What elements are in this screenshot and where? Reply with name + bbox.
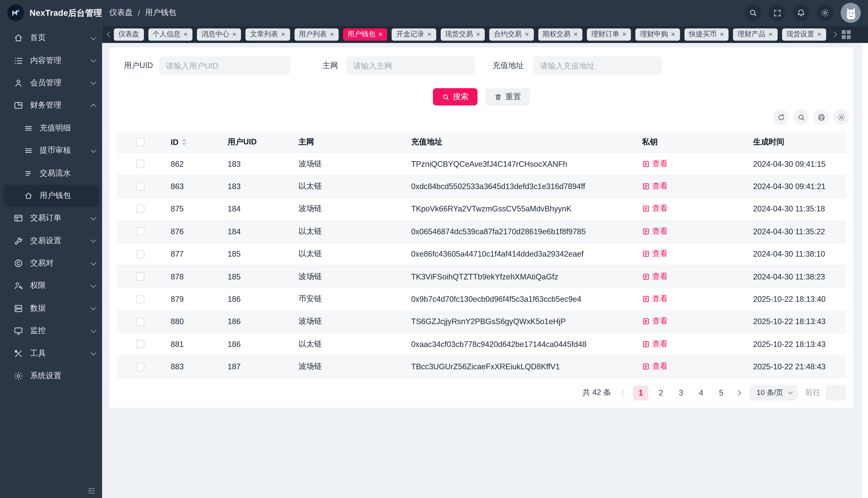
close-icon[interactable]: ✕ [378, 31, 383, 37]
tab-user-list[interactable]: 用户列表✕ [294, 28, 339, 40]
sidebar-item-members[interactable]: 会员管理 [0, 72, 102, 94]
close-icon[interactable]: ✕ [476, 31, 480, 37]
sort-icon[interactable] [182, 139, 186, 145]
close-icon[interactable]: ✕ [720, 31, 724, 37]
tabs-scroll-right-icon[interactable] [830, 32, 839, 36]
reset-button[interactable]: 重置 [485, 88, 530, 105]
close-icon[interactable]: ✕ [817, 31, 821, 37]
notifications-bell-icon[interactable] [793, 4, 810, 21]
view-private-key-link[interactable]: 查看 [642, 339, 668, 349]
close-icon[interactable]: ✕ [622, 31, 627, 37]
column-settings-gear-icon[interactable] [833, 109, 849, 125]
tab-contract-trade[interactable]: 合约交易✕ [489, 28, 534, 40]
row-checkbox[interactable] [136, 250, 144, 258]
network-input[interactable] [346, 56, 475, 75]
view-private-key-link[interactable]: 查看 [642, 294, 668, 304]
tab-personal-info[interactable]: 个人信息✕ [148, 28, 193, 40]
row-checkbox[interactable] [136, 227, 144, 236]
address-input[interactable] [533, 56, 662, 75]
filter-label-address: 充值地址 [492, 56, 524, 75]
close-icon[interactable]: ✕ [671, 31, 675, 37]
sidebar-item-recharge-details[interactable]: 充值明细 [0, 117, 102, 140]
close-icon[interactable]: ✕ [525, 31, 529, 37]
search-button[interactable]: 搜索 [433, 88, 478, 105]
sidebar-collapse-icon[interactable] [87, 487, 96, 496]
tab-user-wallet[interactable]: 用户钱包✕ [343, 28, 387, 40]
tab-quick-buy[interactable]: 快捷买币✕ [684, 28, 728, 40]
tabs-scroll-left-icon[interactable] [105, 32, 114, 36]
sidebar-item-transaction-flow[interactable]: 交易流水 [0, 162, 102, 185]
view-private-key-link[interactable]: 查看 [642, 182, 668, 192]
row-checkbox[interactable] [136, 363, 144, 371]
settings-gear-icon[interactable] [817, 4, 833, 21]
close-icon[interactable]: ✕ [427, 31, 432, 37]
row-checkbox[interactable] [136, 160, 144, 168]
uid-input[interactable] [159, 56, 290, 75]
tab-box-records[interactable]: 开盒记录✕ [392, 28, 436, 40]
row-checkbox[interactable] [136, 272, 144, 281]
close-icon[interactable]: ✕ [768, 31, 773, 37]
view-private-key-link[interactable]: 查看 [642, 362, 668, 372]
sidebar-item-trade-pairs[interactable]: 交易对 [0, 252, 102, 275]
close-icon[interactable]: ✕ [232, 31, 237, 37]
page-3[interactable]: 3 [674, 385, 688, 400]
view-private-key-link[interactable]: 查看 [642, 272, 668, 282]
sidebar-item-permissions[interactable]: 权限 [0, 275, 102, 297]
page-4[interactable]: 4 [694, 385, 709, 400]
sidebar-item-home[interactable]: 首页 [0, 27, 102, 50]
sidebar-item-finance[interactable]: 财务管理 [0, 94, 102, 117]
view-private-key-link[interactable]: 查看 [642, 249, 668, 259]
finance-card-icon [13, 101, 24, 111]
refresh-icon[interactable] [773, 109, 789, 125]
sidebar-item-monitor[interactable]: 监控 [0, 320, 102, 342]
view-private-key-link[interactable]: 查看 [642, 204, 668, 214]
page-1[interactable]: 1 [633, 385, 648, 400]
sidebar-item-tools[interactable]: 工具 [0, 342, 102, 365]
tab-options-trade[interactable]: 期权交易✕ [538, 28, 582, 40]
prev-page-icon[interactable] [619, 385, 628, 401]
table-search-icon[interactable] [793, 109, 809, 125]
view-private-key-link[interactable]: 查看 [642, 316, 668, 327]
tab-message-center[interactable]: 消息中心✕ [197, 28, 241, 40]
chevron-down-icon [91, 215, 96, 220]
sidebar-item-user-wallet[interactable]: 用户钱包 [3, 185, 99, 207]
sidebar-item-trade-orders[interactable]: 交易订单 [0, 207, 102, 230]
scrollbar[interactable] [862, 43, 868, 498]
tab-dashboard[interactable]: 仪表盘 [114, 28, 144, 40]
tabs-overview-grid-icon[interactable] [842, 30, 851, 39]
fullscreen-icon[interactable] [769, 4, 786, 21]
row-checkbox[interactable] [136, 205, 144, 213]
page-size-select[interactable]: 10 条/页 [750, 385, 798, 401]
print-icon[interactable] [813, 109, 829, 125]
close-icon[interactable]: ✕ [573, 31, 578, 37]
row-checkbox[interactable] [136, 295, 144, 303]
close-icon[interactable]: ✕ [183, 31, 188, 37]
view-private-key-link[interactable]: 查看 [642, 226, 668, 237]
sidebar-item-content[interactable]: 内容管理 [0, 49, 102, 72]
row-checkbox[interactable] [136, 317, 144, 326]
tab-wealth-products[interactable]: 理财产品✕ [733, 28, 777, 40]
next-page-icon[interactable] [734, 385, 742, 401]
close-icon[interactable]: ✕ [281, 31, 285, 37]
tab-article-list[interactable]: 文章列表✕ [246, 28, 290, 40]
sidebar-item-data[interactable]: 数据 [0, 297, 102, 320]
sidebar-item-system-settings[interactable]: 系统设置 [0, 365, 102, 387]
goto-page-input[interactable] [826, 385, 846, 401]
page-2[interactable]: 2 [653, 385, 668, 400]
row-checkbox[interactable] [136, 182, 144, 191]
breadcrumb-item-dashboard[interactable]: 仪表盘 [109, 8, 133, 18]
close-icon[interactable]: ✕ [329, 31, 334, 37]
tab-spot-trade[interactable]: 现货交易✕ [440, 28, 485, 40]
page-5[interactable]: 5 [714, 385, 729, 400]
tab-wealth-orders[interactable]: 理财订单✕ [587, 28, 631, 40]
select-all-checkbox[interactable] [136, 138, 144, 146]
tab-spot-settings[interactable]: 现货设置✕ [782, 28, 826, 40]
row-checkbox[interactable] [136, 340, 144, 348]
breadcrumb-item-user-wallet: 用户钱包 [145, 8, 176, 18]
sidebar-item-trade-settings[interactable]: 交易设置 [0, 230, 102, 252]
sidebar-item-withdraw-review[interactable]: 提币审核 [0, 139, 102, 162]
view-private-key-link[interactable]: 查看 [642, 159, 668, 169]
tab-wealth-subscribe[interactable]: 理财申购✕ [635, 28, 680, 40]
search-icon[interactable] [745, 4, 761, 21]
user-avatar[interactable] [841, 3, 860, 23]
